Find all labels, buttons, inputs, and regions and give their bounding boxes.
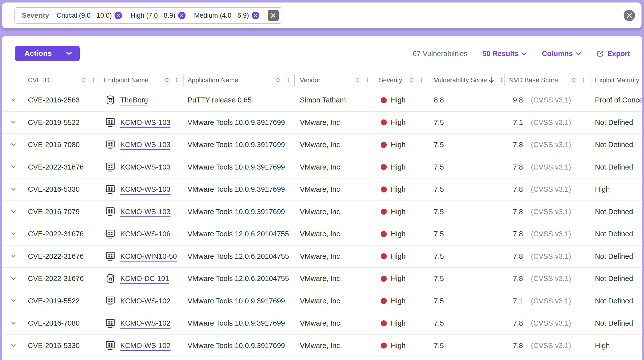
sort-descending-icon[interactable] <box>488 76 495 84</box>
remove-chip-icon[interactable] <box>252 12 259 19</box>
clear-severity-filter-button[interactable] <box>268 10 279 21</box>
vendor-name: VMware, Inc. <box>300 341 342 350</box>
actions-button[interactable]: Actions <box>15 46 80 61</box>
endpoint-link[interactable]: KCMO-WS-102 <box>120 297 170 305</box>
row-expander-button[interactable] <box>8 228 20 240</box>
cve-id: CVE-2016-2563 <box>28 96 80 104</box>
chevron-down-icon <box>10 98 17 102</box>
sort-icon[interactable] <box>570 77 577 84</box>
chevron-down-icon <box>10 165 17 169</box>
vulnerability-score: 7.5 <box>434 274 444 283</box>
column-label: NVD Base Score <box>509 76 558 84</box>
severity-dot <box>381 119 387 125</box>
server-icon <box>105 95 115 105</box>
column-header-vulnerability-score[interactable]: Vulnerability Score <box>428 71 504 89</box>
chevron-down-icon <box>522 52 527 56</box>
row-expander-button[interactable] <box>8 250 20 262</box>
sort-icon[interactable] <box>275 77 282 84</box>
chevron-down-icon <box>10 299 17 303</box>
columns-dropdown[interactable]: Columns <box>542 50 581 58</box>
column-header-vendor[interactable]: Vendor <box>295 71 374 89</box>
severity-label: High <box>391 141 406 149</box>
filter-bar: Severity Critical (9.0 - 10.0) High (7.0… <box>2 3 642 29</box>
table-row: CVE-2016-5330 KCMO-WS-103 VMware Tools 1… <box>2 178 642 201</box>
row-expander-button[interactable] <box>8 94 20 106</box>
column-menu-icon[interactable] <box>174 77 180 84</box>
sort-icon[interactable] <box>354 77 361 84</box>
server-icon <box>105 273 115 284</box>
column-menu-icon[interactable] <box>418 77 425 84</box>
column-header-application-name[interactable]: Application Name <box>184 71 295 89</box>
row-expander-button[interactable] <box>8 295 20 307</box>
clear-all-filters-button[interactable] <box>624 10 635 21</box>
endpoint-link[interactable]: KCMO-DC-101 <box>120 274 169 283</box>
vendor-name: VMware, Inc. <box>300 252 342 261</box>
close-icon <box>270 12 276 19</box>
vulnerability-score: 7.5 <box>434 185 444 194</box>
table-row: CVE-2016-7080 KCMO-WS-103 VMware Tools 1… <box>2 134 642 156</box>
row-expander-button[interactable] <box>8 273 20 285</box>
endpoint-link[interactable]: KCMO-WS-102 <box>120 341 170 350</box>
row-expander-button[interactable] <box>8 206 20 218</box>
exploit-maturity: Not Defined <box>595 141 633 149</box>
column-label: Endpoint Name <box>104 76 148 84</box>
nvd-base-score: 7.8 <box>509 341 523 350</box>
endpoint-link[interactable]: KCMO-WS-103 <box>120 185 170 194</box>
nvd-base-score: 7.1 <box>509 118 523 127</box>
endpoint-link[interactable]: KCMO-WS-103 <box>120 118 170 127</box>
cvss-version-label: (CVSS v3.1) <box>531 163 571 171</box>
endpoint-link[interactable]: KCMO-WS-103 <box>120 208 170 216</box>
severity-label: High <box>391 230 406 238</box>
chevron-down-icon <box>10 120 17 125</box>
chevron-down-icon <box>10 276 17 281</box>
close-icon <box>626 12 632 19</box>
workstation-icon <box>105 140 115 150</box>
filter-chip-label: Medium (4.0 - 6.9) <box>194 12 249 20</box>
endpoint-link[interactable]: KCMO-WS-102 <box>120 319 170 327</box>
exploit-maturity: Proof of Concept <box>595 96 642 104</box>
row-expander-button[interactable] <box>8 161 20 173</box>
column-header-cve-id[interactable]: CVE ID <box>25 71 100 89</box>
column-menu-icon[interactable] <box>498 77 504 84</box>
row-expander-button[interactable] <box>8 139 20 151</box>
severity-dot <box>381 209 387 215</box>
toolbar-right-group: 67 Vulnerabilities 50 Results Columns Ex… <box>413 36 630 71</box>
vendor-name: VMware, Inc. <box>300 185 342 194</box>
column-menu-icon[interactable] <box>90 77 97 84</box>
column-menu-icon[interactable] <box>364 77 371 84</box>
remove-chip-icon[interactable] <box>114 12 122 19</box>
endpoint-link[interactable]: KCMO-WIN10-50 <box>120 252 177 261</box>
row-expander-button[interactable] <box>8 184 20 196</box>
vulnerability-score: 7.5 <box>434 252 444 261</box>
column-header-exploit-maturity[interactable]: Exploit Maturity <box>590 71 642 89</box>
sort-icon[interactable] <box>164 77 170 84</box>
column-header-nvd-base-score[interactable]: NVD Base Score <box>504 71 590 89</box>
chevron-down-icon <box>576 52 581 56</box>
column-menu-icon[interactable] <box>580 77 587 84</box>
row-expander-button[interactable] <box>8 339 20 351</box>
application-name: VMware Tools 10.0.9.3917699 <box>188 141 285 149</box>
severity-label: High <box>391 274 406 283</box>
severity-dot <box>381 231 387 237</box>
export-button[interactable]: Export <box>596 50 630 58</box>
column-header-endpoint-name[interactable]: Endpoint Name <box>100 71 184 89</box>
row-expander-button[interactable] <box>8 116 20 128</box>
exploit-maturity: High <box>595 185 610 194</box>
chevron-down-icon <box>10 321 17 326</box>
remove-chip-icon[interactable] <box>178 12 186 19</box>
endpoint-link[interactable]: TheBorg <box>120 96 148 104</box>
severity-label: High <box>391 163 406 171</box>
endpoint-link[interactable]: KCMO-WS-103 <box>120 163 170 171</box>
severity-label: High <box>391 319 406 327</box>
application-name: VMware Tools 10.0.9.3917699 <box>188 341 285 350</box>
sort-icon[interactable] <box>408 77 415 84</box>
row-expander-button[interactable] <box>8 317 20 329</box>
sort-icon[interactable] <box>80 77 87 84</box>
endpoint-link[interactable]: KCMO-WS-103 <box>120 141 170 149</box>
results-per-page-dropdown[interactable]: 50 Results <box>482 50 527 58</box>
endpoint-link[interactable]: KCMO-WS-106 <box>120 230 170 238</box>
application-name: VMware Tools 10.0.9.3917699 <box>188 297 285 305</box>
column-menu-icon[interactable] <box>285 77 291 84</box>
severity-label: High <box>391 297 406 305</box>
column-header-severity[interactable]: Severity <box>374 71 428 89</box>
